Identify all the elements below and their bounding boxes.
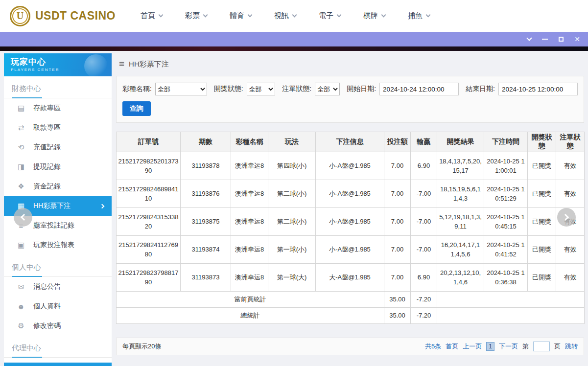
nav-item-slots[interactable]: 電子 <box>319 11 341 21</box>
next-arrow-button[interactable] <box>557 208 576 227</box>
table-cell: 31193876 <box>181 180 231 208</box>
table-cell: 已開獎 <box>528 236 556 264</box>
table-cell: 31193874 <box>181 236 231 264</box>
col-header: 下注時間 <box>484 132 528 152</box>
next-page-link[interactable]: 下一页 <box>499 342 518 351</box>
collapse-icon[interactable] <box>527 35 532 41</box>
menu-icon <box>119 59 124 69</box>
table-row: 215217298237988179031193873澳洲幸运8第一球(大)大-… <box>117 264 585 292</box>
lottery-type-select[interactable]: 全部 <box>155 83 207 95</box>
sidebar-item[interactable]: ☻個人資料 <box>4 297 112 316</box>
sidebar-item[interactable]: ⟲充值記錄 <box>4 137 112 157</box>
top-nav: 首頁 彩票 體育 視訊 電子 棋牌 捕魚 <box>141 11 430 21</box>
nav-label: 彩票 <box>185 11 200 21</box>
table-cell: 2024-10-25 10:45:15 <box>484 208 528 236</box>
summary-label: 當前頁統計 <box>117 292 384 308</box>
nav-item-live[interactable]: 視訊 <box>274 11 296 21</box>
search-button[interactable]: 查詢 <box>122 101 151 116</box>
table-row: 215217298246898411031193876澳洲幸运8第二球(小)小-… <box>117 180 585 208</box>
chevron-down-icon <box>381 13 386 18</box>
page-summary-row: 當前頁統計 35.00 -7.20 <box>117 292 585 308</box>
table-cell: 有效 <box>556 152 585 180</box>
nav-label: 棋牌 <box>363 11 378 21</box>
total-count: 共5条 <box>425 342 441 351</box>
chevron-down-icon <box>248 13 253 18</box>
sidebar-section-title: 代理中心 <box>4 336 112 358</box>
filter-box: 彩種名稱: 全部 開獎狀態: 全部 注單狀態: 全部 開始日期: 結束日期: 查… <box>116 76 584 123</box>
start-date-input[interactable] <box>379 83 459 95</box>
table-row: 215217298243153382031193875澳洲幸运8第二球(小)小-… <box>117 208 585 236</box>
page-suffix-label: 页 <box>554 342 561 351</box>
end-date-label: 結束日期: <box>466 85 495 93</box>
sidebar-item[interactable]: ✉消息公告 <box>4 277 112 297</box>
nav-label: 體育 <box>230 11 244 21</box>
table-header-row: 訂單號 期數 彩種名稱 玩法 下注信息 投注額 輸贏 開獎結果 下注時間 開獎狀… <box>117 132 585 152</box>
per-page-label: 每頁顯示20條 <box>122 342 161 351</box>
prev-arrow-button[interactable] <box>14 208 32 227</box>
nav-label: 捕魚 <box>408 11 423 21</box>
logo-text: USDT CASINO <box>35 9 116 23</box>
summary-empty-cell <box>437 292 585 308</box>
sidebar-item-label: 存款專區 <box>33 104 61 113</box>
profile-icon: ☻ <box>17 302 25 311</box>
table-cell: 18,15,19,5,6,11,4,3 <box>437 180 484 208</box>
table-cell: 已開獎 <box>528 208 556 236</box>
col-header: 期數 <box>181 132 231 152</box>
sidebar-item[interactable]: ❖資金記錄 <box>4 177 112 196</box>
col-header: 輸贏 <box>411 132 437 152</box>
close-icon[interactable] <box>574 36 580 43</box>
table-cell: 小-A盤@1.985 <box>316 208 384 236</box>
summary-empty-cell <box>437 308 585 324</box>
bet-records-table: 訂單號 期數 彩種名稱 玩法 下注信息 投注額 輸贏 開獎結果 下注時間 開獎狀… <box>116 132 585 324</box>
sidebar-item-label: 資金記錄 <box>33 182 61 191</box>
page-title: HH彩票下注 <box>129 60 169 69</box>
summary-label: 總統計 <box>117 308 384 324</box>
draw-status-select[interactable]: 全部 <box>247 83 276 95</box>
sidebar-item[interactable]: ⇄取款專區 <box>4 118 112 137</box>
current-page-badge[interactable]: 1 <box>486 342 494 351</box>
table-cell: 第二球(小) <box>268 208 316 236</box>
sidebar-item-label: 修改密碼 <box>33 321 61 330</box>
chevron-down-icon <box>292 13 297 18</box>
sidebar-section-title: 財務中心 <box>4 76 112 98</box>
draw-status-label: 開獎狀態: <box>214 85 243 93</box>
top-header: U USDT CASINO 首頁 彩票 體育 視訊 電子 棋牌 捕魚 <box>0 0 588 32</box>
summary-winloss-total: -7.20 <box>411 292 437 308</box>
bet-status-select[interactable]: 全部 <box>315 83 340 95</box>
table-cell: 2152172982379881790 <box>117 264 181 292</box>
page-prefix-label: 第 <box>522 342 529 351</box>
sidebar-item[interactable]: ▣玩家投注報表 <box>4 235 112 255</box>
logo-emblem-icon: U <box>10 6 30 26</box>
main-content: HH彩票下注 彩種名稱: 全部 開獎狀態: 全部 注單狀態: 全部 開始日期: … <box>116 53 584 355</box>
logo[interactable]: U USDT CASINO <box>10 6 120 26</box>
summary-bet-total: 35.00 <box>384 292 411 308</box>
end-date-input[interactable] <box>498 83 578 95</box>
nav-item-cards[interactable]: 棋牌 <box>363 11 385 21</box>
funds-record-icon: ❖ <box>17 182 25 191</box>
jump-link[interactable]: 跳转 <box>565 342 578 351</box>
withdraw-icon: ⇄ <box>17 123 25 132</box>
nav-item-lottery[interactable]: 彩票 <box>185 11 207 21</box>
first-page-link[interactable]: 首页 <box>446 342 458 351</box>
table-cell: -7.00 <box>411 180 437 208</box>
minimize-icon[interactable] <box>542 39 548 40</box>
recharge-record-icon: ⟲ <box>17 143 25 152</box>
maximize-icon[interactable] <box>559 37 564 42</box>
nav-item-home[interactable]: 首頁 <box>141 11 163 21</box>
table-cell: 6.90 <box>411 152 437 180</box>
chevron-down-icon <box>426 13 431 18</box>
sidebar-item[interactable]: ⚙修改密碼 <box>4 316 112 336</box>
sidebar-item-label: HH彩票下注 <box>33 202 71 210</box>
cashout-record-icon: ◨ <box>17 162 25 171</box>
nav-item-sports[interactable]: 體育 <box>230 11 252 21</box>
table-row: 215217298241127698031193874澳洲幸运8第一球(小)小-… <box>117 236 585 264</box>
breadcrumb: HH彩票下注 <box>119 59 584 69</box>
sidebar-item[interactable]: ◨提現記錄 <box>4 157 112 177</box>
col-header: 玩法 <box>268 132 316 152</box>
summary-winloss-total: -7.20 <box>411 308 437 324</box>
nav-item-fishing[interactable]: 捕魚 <box>408 11 430 21</box>
prev-page-link[interactable]: 上一页 <box>463 342 482 351</box>
page-number-input[interactable] <box>533 342 550 351</box>
table-cell: 第一球(小) <box>268 236 316 264</box>
sidebar-item[interactable]: ▤存款專區 <box>4 98 112 118</box>
